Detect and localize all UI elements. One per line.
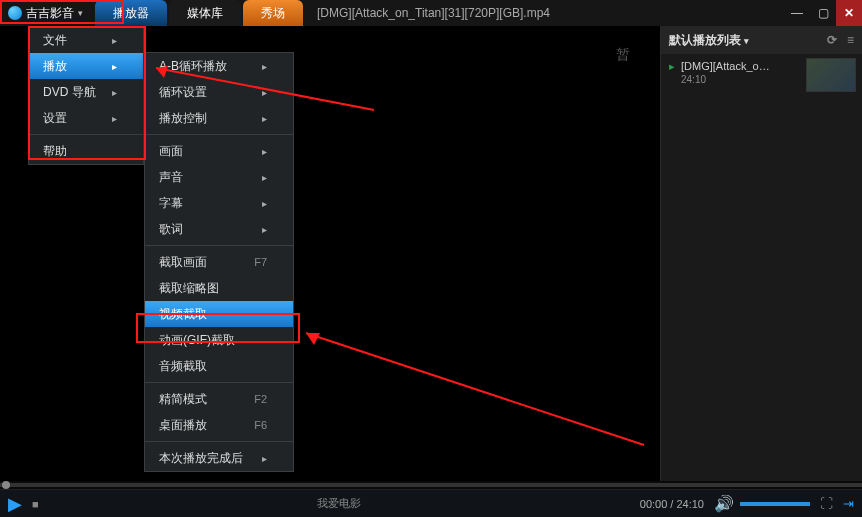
- controls-bar: ▶ ■ 我爱电影 00:00 / 24:10 🔊 ⛶ ⇥: [0, 489, 862, 517]
- volume-slider[interactable]: [740, 502, 810, 506]
- maximize-button[interactable]: ▢: [810, 0, 836, 26]
- submenu-item-subtitle[interactable]: 字幕▸: [145, 190, 293, 216]
- video-placeholder-text: 暂: [616, 46, 630, 64]
- chevron-right-icon: ▸: [262, 146, 267, 157]
- playlist-title[interactable]: 默认播放列表 ▾: [669, 32, 749, 49]
- titlebar: 吉吉影音 ▾ 播放器 媒体库 秀场 [DMG][Attack_on_Titan]…: [0, 0, 862, 26]
- chevron-right-icon: ▸: [112, 87, 117, 98]
- menu-item-play[interactable]: 播放▸: [29, 53, 143, 79]
- playlist-item[interactable]: ▸ [DMG][Attack_o… 24:10: [661, 54, 862, 91]
- playlist-item-duration: 24:10: [681, 74, 770, 85]
- playlist-item-name: [DMG][Attack_o…: [681, 60, 770, 72]
- submenu-item-audio[interactable]: 声音▸: [145, 164, 293, 190]
- menu-item-help[interactable]: 帮助: [29, 138, 143, 164]
- tab-player[interactable]: 播放器: [95, 0, 167, 26]
- chevron-right-icon: ▸: [112, 113, 117, 124]
- submenu-item-desktop-play[interactable]: 桌面播放F6: [145, 412, 293, 438]
- chevron-right-icon: ▸: [262, 198, 267, 209]
- chevron-right-icon: ▸: [262, 61, 267, 72]
- window-buttons: — ▢ ✕: [784, 0, 862, 26]
- playlist-menu-icon[interactable]: ≡: [847, 33, 854, 47]
- app-name: 吉吉影音: [26, 5, 74, 22]
- submenu-item-thumbnail[interactable]: 截取缩略图: [145, 275, 293, 301]
- tab-library-label: 媒体库: [187, 5, 223, 22]
- playlist-thumbnail: [806, 58, 856, 92]
- submenu-item-video-capture[interactable]: 视频截取: [145, 301, 293, 327]
- stop-button[interactable]: ■: [32, 498, 39, 510]
- main-context-menu: 文件▸ 播放▸ DVD 导航▸ 设置▸ 帮助: [28, 26, 144, 165]
- menu-item-file[interactable]: 文件▸: [29, 27, 143, 53]
- menu-item-dvd[interactable]: DVD 导航▸: [29, 79, 143, 105]
- submenu-item-gif-capture[interactable]: 动画(GIF)截取: [145, 327, 293, 353]
- submenu-item-loop-settings[interactable]: 循环设置▸: [145, 79, 293, 105]
- chevron-down-icon: ▾: [744, 36, 749, 46]
- volume-icon: 🔊: [714, 494, 734, 513]
- menu-separator: [145, 134, 293, 135]
- fullscreen-button[interactable]: ⛶: [820, 496, 833, 511]
- chevron-right-icon: ▸: [262, 453, 267, 464]
- play-indicator-icon: ▸: [669, 60, 675, 85]
- expand-button[interactable]: ⇥: [843, 496, 854, 511]
- play-submenu: A-B循环播放▸ 循环设置▸ 播放控制▸ 画面▸ 声音▸ 字幕▸ 歌词▸ 截取画…: [144, 52, 294, 472]
- submenu-item-video[interactable]: 画面▸: [145, 138, 293, 164]
- chevron-right-icon: ▸: [262, 113, 267, 124]
- menu-separator: [145, 245, 293, 246]
- submenu-item-screenshot[interactable]: 截取画面F7: [145, 249, 293, 275]
- tab-player-label: 播放器: [113, 5, 149, 22]
- tab-show-label: 秀场: [261, 5, 285, 22]
- menu-separator: [29, 134, 143, 135]
- menu-item-settings[interactable]: 设置▸: [29, 105, 143, 131]
- current-file-title: [DMG][Attack_on_Titan][31][720P][GB].mp4: [305, 0, 784, 26]
- submenu-item-play-control[interactable]: 播放控制▸: [145, 105, 293, 131]
- time-display: 00:00 / 24:10: [640, 498, 704, 510]
- playlist-header: 默认播放列表 ▾ ⟳ ≡: [661, 26, 862, 54]
- main-tabs: 播放器 媒体库 秀场: [95, 0, 305, 26]
- chevron-down-icon: ▾: [78, 8, 83, 18]
- progress-bar[interactable]: [0, 481, 862, 489]
- minimize-button[interactable]: —: [784, 0, 810, 26]
- chevron-right-icon: ▸: [112, 61, 117, 72]
- chevron-right-icon: ▸: [262, 224, 267, 235]
- progress-handle[interactable]: [2, 481, 10, 489]
- submenu-item-after-play[interactable]: 本次播放完成后▸: [145, 445, 293, 471]
- tab-show[interactable]: 秀场: [243, 0, 303, 26]
- submenu-item-abloop[interactable]: A-B循环播放▸: [145, 53, 293, 79]
- submenu-item-audio-capture[interactable]: 音频截取: [145, 353, 293, 379]
- chevron-right-icon: ▸: [262, 87, 267, 98]
- menu-separator: [145, 382, 293, 383]
- center-text: 我爱电影: [49, 496, 630, 511]
- playlist-refresh-icon[interactable]: ⟳: [827, 33, 837, 47]
- chevron-right-icon: ▸: [262, 172, 267, 183]
- play-button[interactable]: ▶: [8, 493, 22, 515]
- submenu-item-lyrics[interactable]: 歌词▸: [145, 216, 293, 242]
- app-brand-menu[interactable]: 吉吉影音 ▾: [0, 0, 91, 26]
- menu-separator: [145, 441, 293, 442]
- app-logo-icon: [8, 6, 22, 20]
- volume-control[interactable]: 🔊: [714, 494, 810, 513]
- tab-library[interactable]: 媒体库: [169, 0, 241, 26]
- playlist-panel: 默认播放列表 ▾ ⟳ ≡ ▸ [DMG][Attack_o… 24:10: [660, 26, 862, 489]
- submenu-item-compact-mode[interactable]: 精简模式F2: [145, 386, 293, 412]
- close-button[interactable]: ✕: [836, 0, 862, 26]
- chevron-right-icon: ▸: [112, 35, 117, 46]
